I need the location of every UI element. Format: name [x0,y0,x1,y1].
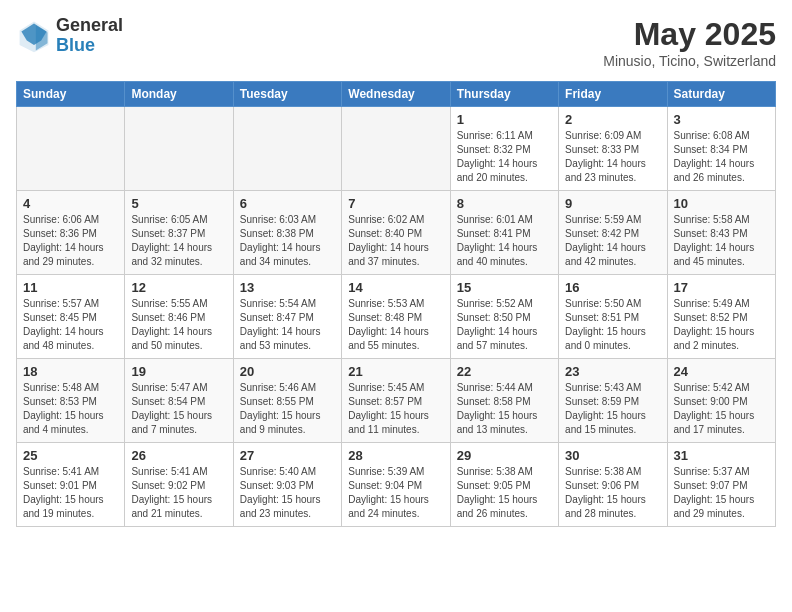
calendar-cell: 8Sunrise: 6:01 AM Sunset: 8:41 PM Daylig… [450,191,558,275]
day-number: 6 [240,196,335,211]
day-info: Sunrise: 5:58 AM Sunset: 8:43 PM Dayligh… [674,213,769,269]
calendar-cell: 23Sunrise: 5:43 AM Sunset: 8:59 PM Dayli… [559,359,667,443]
calendar-cell: 28Sunrise: 5:39 AM Sunset: 9:04 PM Dayli… [342,443,450,527]
day-number: 21 [348,364,443,379]
calendar-cell: 15Sunrise: 5:52 AM Sunset: 8:50 PM Dayli… [450,275,558,359]
day-number: 15 [457,280,552,295]
day-number: 16 [565,280,660,295]
calendar-week-row: 4Sunrise: 6:06 AM Sunset: 8:36 PM Daylig… [17,191,776,275]
calendar-week-row: 25Sunrise: 5:41 AM Sunset: 9:01 PM Dayli… [17,443,776,527]
calendar-cell [125,107,233,191]
calendar-cell: 4Sunrise: 6:06 AM Sunset: 8:36 PM Daylig… [17,191,125,275]
calendar-cell: 14Sunrise: 5:53 AM Sunset: 8:48 PM Dayli… [342,275,450,359]
day-number: 17 [674,280,769,295]
day-header-tuesday: Tuesday [233,82,341,107]
calendar-week-row: 1Sunrise: 6:11 AM Sunset: 8:32 PM Daylig… [17,107,776,191]
day-number: 23 [565,364,660,379]
calendar-cell: 19Sunrise: 5:47 AM Sunset: 8:54 PM Dayli… [125,359,233,443]
day-number: 8 [457,196,552,211]
calendar-cell: 30Sunrise: 5:38 AM Sunset: 9:06 PM Dayli… [559,443,667,527]
day-header-friday: Friday [559,82,667,107]
day-info: Sunrise: 5:41 AM Sunset: 9:02 PM Dayligh… [131,465,226,521]
day-info: Sunrise: 5:43 AM Sunset: 8:59 PM Dayligh… [565,381,660,437]
day-number: 14 [348,280,443,295]
day-info: Sunrise: 6:02 AM Sunset: 8:40 PM Dayligh… [348,213,443,269]
day-header-monday: Monday [125,82,233,107]
day-info: Sunrise: 5:57 AM Sunset: 8:45 PM Dayligh… [23,297,118,353]
day-number: 9 [565,196,660,211]
calendar-cell: 27Sunrise: 5:40 AM Sunset: 9:03 PM Dayli… [233,443,341,527]
day-info: Sunrise: 5:59 AM Sunset: 8:42 PM Dayligh… [565,213,660,269]
calendar-cell: 10Sunrise: 5:58 AM Sunset: 8:43 PM Dayli… [667,191,775,275]
day-info: Sunrise: 5:37 AM Sunset: 9:07 PM Dayligh… [674,465,769,521]
day-number: 10 [674,196,769,211]
calendar-table: SundayMondayTuesdayWednesdayThursdayFrid… [16,81,776,527]
calendar-week-row: 11Sunrise: 5:57 AM Sunset: 8:45 PM Dayli… [17,275,776,359]
day-info: Sunrise: 5:40 AM Sunset: 9:03 PM Dayligh… [240,465,335,521]
calendar-cell: 5Sunrise: 6:05 AM Sunset: 8:37 PM Daylig… [125,191,233,275]
calendar-cell: 17Sunrise: 5:49 AM Sunset: 8:52 PM Dayli… [667,275,775,359]
calendar-cell [342,107,450,191]
day-info: Sunrise: 6:08 AM Sunset: 8:34 PM Dayligh… [674,129,769,185]
day-info: Sunrise: 6:05 AM Sunset: 8:37 PM Dayligh… [131,213,226,269]
day-info: Sunrise: 5:38 AM Sunset: 9:06 PM Dayligh… [565,465,660,521]
day-info: Sunrise: 5:46 AM Sunset: 8:55 PM Dayligh… [240,381,335,437]
day-info: Sunrise: 5:44 AM Sunset: 8:58 PM Dayligh… [457,381,552,437]
calendar-cell: 11Sunrise: 5:57 AM Sunset: 8:45 PM Dayli… [17,275,125,359]
day-info: Sunrise: 6:09 AM Sunset: 8:33 PM Dayligh… [565,129,660,185]
calendar-cell [233,107,341,191]
day-info: Sunrise: 5:45 AM Sunset: 8:57 PM Dayligh… [348,381,443,437]
day-info: Sunrise: 5:50 AM Sunset: 8:51 PM Dayligh… [565,297,660,353]
calendar-cell: 7Sunrise: 6:02 AM Sunset: 8:40 PM Daylig… [342,191,450,275]
calendar-cell: 25Sunrise: 5:41 AM Sunset: 9:01 PM Dayli… [17,443,125,527]
day-number: 31 [674,448,769,463]
day-number: 7 [348,196,443,211]
calendar-cell: 21Sunrise: 5:45 AM Sunset: 8:57 PM Dayli… [342,359,450,443]
day-info: Sunrise: 5:49 AM Sunset: 8:52 PM Dayligh… [674,297,769,353]
logo: General Blue [16,16,123,56]
day-number: 3 [674,112,769,127]
logo-general-text: General [56,16,123,36]
calendar-cell: 2Sunrise: 6:09 AM Sunset: 8:33 PM Daylig… [559,107,667,191]
calendar-cell: 26Sunrise: 5:41 AM Sunset: 9:02 PM Dayli… [125,443,233,527]
day-number: 27 [240,448,335,463]
page-header: General Blue May 2025 Minusio, Ticino, S… [16,16,776,69]
day-number: 28 [348,448,443,463]
day-number: 25 [23,448,118,463]
day-info: Sunrise: 5:42 AM Sunset: 9:00 PM Dayligh… [674,381,769,437]
calendar-cell: 6Sunrise: 6:03 AM Sunset: 8:38 PM Daylig… [233,191,341,275]
day-number: 22 [457,364,552,379]
title-block: May 2025 Minusio, Ticino, Switzerland [603,16,776,69]
day-info: Sunrise: 5:39 AM Sunset: 9:04 PM Dayligh… [348,465,443,521]
day-info: Sunrise: 5:54 AM Sunset: 8:47 PM Dayligh… [240,297,335,353]
day-info: Sunrise: 5:53 AM Sunset: 8:48 PM Dayligh… [348,297,443,353]
calendar-cell: 13Sunrise: 5:54 AM Sunset: 8:47 PM Dayli… [233,275,341,359]
day-header-sunday: Sunday [17,82,125,107]
day-info: Sunrise: 5:52 AM Sunset: 8:50 PM Dayligh… [457,297,552,353]
day-info: Sunrise: 6:03 AM Sunset: 8:38 PM Dayligh… [240,213,335,269]
day-number: 18 [23,364,118,379]
month-title: May 2025 [603,16,776,53]
day-number: 1 [457,112,552,127]
day-number: 12 [131,280,226,295]
day-info: Sunrise: 5:48 AM Sunset: 8:53 PM Dayligh… [23,381,118,437]
calendar-header-row: SundayMondayTuesdayWednesdayThursdayFrid… [17,82,776,107]
calendar-cell: 9Sunrise: 5:59 AM Sunset: 8:42 PM Daylig… [559,191,667,275]
day-info: Sunrise: 6:06 AM Sunset: 8:36 PM Dayligh… [23,213,118,269]
day-number: 30 [565,448,660,463]
day-number: 4 [23,196,118,211]
calendar-cell: 12Sunrise: 5:55 AM Sunset: 8:46 PM Dayli… [125,275,233,359]
day-info: Sunrise: 5:41 AM Sunset: 9:01 PM Dayligh… [23,465,118,521]
logo-blue-text: Blue [56,36,123,56]
calendar-cell: 20Sunrise: 5:46 AM Sunset: 8:55 PM Dayli… [233,359,341,443]
calendar-week-row: 18Sunrise: 5:48 AM Sunset: 8:53 PM Dayli… [17,359,776,443]
day-number: 11 [23,280,118,295]
calendar-cell: 3Sunrise: 6:08 AM Sunset: 8:34 PM Daylig… [667,107,775,191]
calendar-cell: 31Sunrise: 5:37 AM Sunset: 9:07 PM Dayli… [667,443,775,527]
calendar-cell: 22Sunrise: 5:44 AM Sunset: 8:58 PM Dayli… [450,359,558,443]
calendar-cell: 24Sunrise: 5:42 AM Sunset: 9:00 PM Dayli… [667,359,775,443]
day-info: Sunrise: 6:01 AM Sunset: 8:41 PM Dayligh… [457,213,552,269]
day-number: 29 [457,448,552,463]
day-number: 20 [240,364,335,379]
calendar-cell: 18Sunrise: 5:48 AM Sunset: 8:53 PM Dayli… [17,359,125,443]
